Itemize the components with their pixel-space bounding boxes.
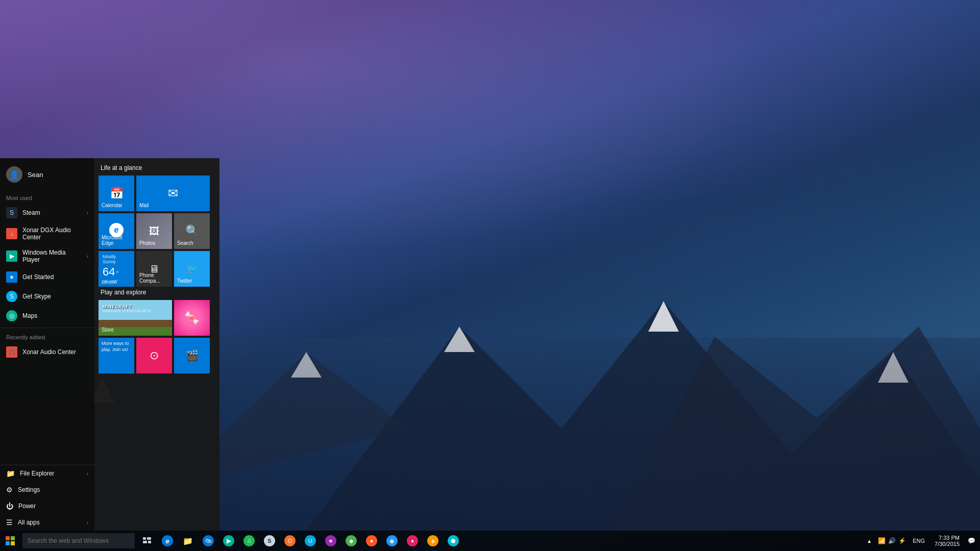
app-list-divider xyxy=(0,328,94,328)
mail-icon: ✉ xyxy=(168,186,178,201)
app-item-get-skype[interactable]: S Get Skype xyxy=(0,287,94,306)
file-explorer-taskbar-icon: 📁 xyxy=(182,535,193,546)
twitter-label: Twitter xyxy=(177,278,192,284)
taskbar-origin[interactable]: O xyxy=(280,531,300,551)
tile-twitter[interactable]: 🐦 Twitter xyxy=(174,251,210,287)
tile-edge[interactable]: e Microsoft Edge xyxy=(99,213,134,249)
tile-movies[interactable]: 🎬 xyxy=(174,338,210,373)
tile-more-ways[interactable]: More ways to play. Join us! xyxy=(99,338,134,373)
taskbar-icon-12-img: ◉ xyxy=(386,535,398,546)
taskbar-icon-11[interactable]: ● xyxy=(361,531,382,551)
tile-weather[interactable]: Mostly Sunny 64 ° 66° / 55° London xyxy=(99,251,134,287)
app-item-maps[interactable]: ◎ Maps xyxy=(0,306,94,325)
taskbar-icon-14[interactable]: ◈ xyxy=(423,531,443,551)
bottom-actions: 📁 File Explorer › ⚙ Settings ⏻ Power ☰ A… xyxy=(0,465,94,531)
power-label: Power xyxy=(18,503,36,510)
taskbar-icon-11-img: ● xyxy=(366,535,377,546)
taskbar-icon-12[interactable]: ◉ xyxy=(382,531,402,551)
taskbar-icon-10-img: ◆ xyxy=(346,535,357,546)
play-explore-label: Play and explore xyxy=(99,289,215,296)
minecraft-subtitle: WINDOWS 10 EDITION BETA xyxy=(103,309,151,313)
taskbar-icon-9[interactable]: ★ xyxy=(321,531,341,551)
uplay-taskbar-icon: U xyxy=(305,535,316,546)
tray-volume-icon[interactable]: 🔊 xyxy=(887,536,896,545)
start-button[interactable] xyxy=(0,531,20,551)
tile-store-minecraft[interactable]: MINECRAFT WINDOWS 10 EDITION BETA Store xyxy=(99,300,172,336)
edge-label: Microsoft Edge xyxy=(102,235,134,246)
taskbar-icon-15-img: ⬟ xyxy=(448,535,459,546)
weather-location: London xyxy=(102,280,117,285)
edge-taskbar-icon: e xyxy=(162,535,173,546)
file-explorer-chevron: › xyxy=(87,471,88,477)
taskbar-steam[interactable]: S xyxy=(259,531,280,551)
taskbar: e 📁 🛍 ▶ ♫ S xyxy=(0,531,980,551)
xonar-audio-icon: 🎵 xyxy=(6,346,17,358)
user-section[interactable]: 👤 Sean xyxy=(0,158,94,191)
steam-taskbar-icon: S xyxy=(264,535,275,546)
taskbar-store[interactable]: 🛍 xyxy=(198,531,218,551)
taskbar-edge[interactable]: e xyxy=(157,531,178,551)
show-hidden-icons-button[interactable]: ▲ xyxy=(866,537,873,545)
settings-action[interactable]: ⚙ Settings xyxy=(0,482,94,498)
power-icon: ⏻ xyxy=(6,502,13,510)
action-center-button[interactable]: 💬 xyxy=(967,536,976,545)
tray-battery-icon[interactable]: ⚡ xyxy=(897,536,906,545)
taskbar-search-input[interactable] xyxy=(22,533,135,548)
all-apps-label: All apps xyxy=(18,519,40,526)
all-apps-action[interactable]: ☰ All apps › xyxy=(0,514,94,531)
groove-icon: ⊙ xyxy=(150,349,159,362)
minecraft-title: MINECRAFT xyxy=(103,304,132,309)
app-label-get-started: Get Started xyxy=(22,273,54,281)
taskbar-icon-9-img: ★ xyxy=(325,535,336,546)
app-item-get-started[interactable]: ★ Get Started xyxy=(0,267,94,287)
media-player-taskbar-icon: ▶ xyxy=(223,535,234,546)
taskbar-uplay[interactable]: U xyxy=(300,531,321,551)
settings-label: Settings xyxy=(18,486,40,493)
tile-groove[interactable]: ⊙ xyxy=(136,338,172,373)
file-explorer-label: File Explorer xyxy=(20,470,54,477)
taskbar-icon-13[interactable]: ♦ xyxy=(402,531,423,551)
taskbar-icon-14-img: ◈ xyxy=(427,535,438,546)
tiles-row-5: More ways to play. Join us! ⊙ 🎬 xyxy=(99,338,215,373)
taskbar-icon-15[interactable]: ⬟ xyxy=(443,531,463,551)
task-view-icon xyxy=(143,537,151,544)
app-item-steam[interactable]: S Steam › xyxy=(0,203,94,222)
taskbar-icon-10[interactable]: ◆ xyxy=(341,531,361,551)
tile-calendar[interactable]: 📅 Calendar xyxy=(99,176,134,211)
photos-icon: 🖼 xyxy=(149,226,159,237)
app-label-maps: Maps xyxy=(22,312,37,319)
app-item-xonar-dgx[interactable]: ♪ Xonar DGX Audio Center xyxy=(0,222,94,245)
taskbar-clock[interactable]: 7:33 PM 7/30/2015 xyxy=(929,535,965,547)
tile-phone-companion[interactable]: 🖥 Phone Compa... xyxy=(136,251,172,287)
power-action[interactable]: ⏻ Power xyxy=(0,498,94,514)
taskbar-spotify[interactable]: ♫ xyxy=(239,531,259,551)
weather-degree: ° xyxy=(116,270,118,277)
taskbar-media-player[interactable]: ▶ xyxy=(218,531,239,551)
recently-added-label: Recently added xyxy=(0,330,94,342)
svg-rect-11 xyxy=(11,541,15,545)
tile-mail[interactable]: ✉ Mail xyxy=(136,176,210,211)
tile-candy-crush[interactable]: 🍬 xyxy=(174,300,210,336)
svg-rect-15 xyxy=(148,541,151,543)
system-tray: ▲ 📶 🔊 ⚡ ENG 7:33 PM 7/30/2015 💬 xyxy=(862,535,980,547)
calendar-icon: 📅 xyxy=(110,187,124,200)
svg-rect-13 xyxy=(147,537,151,540)
file-explorer-action[interactable]: 📁 File Explorer › xyxy=(0,465,94,482)
app-item-xonar-audio[interactable]: 🎵 Xonar Audio Center xyxy=(0,342,94,362)
user-avatar-icon: 👤 xyxy=(9,170,19,180)
tile-search[interactable]: 🔍 Search xyxy=(174,213,210,249)
user-name: Sean xyxy=(28,171,43,179)
movies-icon: 🎬 xyxy=(186,349,199,362)
taskbar-file-explorer[interactable]: 📁 xyxy=(178,531,198,551)
tray-network-icon[interactable]: 📶 xyxy=(877,536,886,545)
tile-photos[interactable]: 🖼 Photos xyxy=(136,213,172,249)
start-menu-left-panel: 👤 Sean Most used S Steam › ♪ Xonar DGX A… xyxy=(0,158,94,531)
skype-icon: S xyxy=(6,291,17,302)
clock-time: 7:33 PM xyxy=(939,535,960,541)
task-view-button[interactable] xyxy=(137,531,157,551)
svg-rect-9 xyxy=(11,536,15,540)
app-item-wmp[interactable]: ▶ Windows Media Player › xyxy=(0,245,94,267)
svg-rect-12 xyxy=(143,537,146,540)
language-indicator[interactable]: ENG xyxy=(911,538,927,544)
wmp-chevron: › xyxy=(87,254,88,259)
